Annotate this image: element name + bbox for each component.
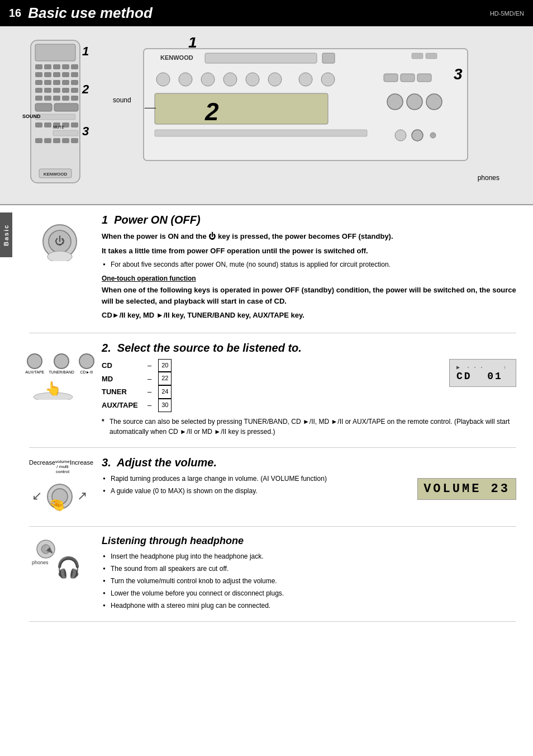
section-3-display: VOLUME 23 [417,474,516,500]
main-unit: KENWOOD 2 [106,37,516,190]
svg-text:3: 3 [82,124,89,138]
section-2-body: CD – 20 MD – 22 TUNER – 24 [102,359,516,412]
svg-rect-10 [62,72,69,77]
source-tuner: TUNER – 24 [102,385,438,399]
svg-rect-51 [322,53,335,63]
section-3: Decrease volume / multi control Increase… [29,448,516,527]
remote-control: KENWOOD 1 2 3 SOUND MUTE [17,37,95,188]
svg-text:KENWOOD: KENWOOD [160,54,193,61]
svg-text:3: 3 [454,65,463,83]
svg-rect-26 [71,96,78,101]
page-number: 16 [9,7,21,20]
svg-point-57 [223,73,237,86]
headphone-content: Listening through headphone Insert the h… [102,535,516,613]
section-1-content: 1 Power ON (OFF) When the power is ON an… [102,214,516,324]
diagram-area: KENWOOD 1 2 3 SOUND MUTE KENWOOD [0,26,533,205]
svg-rect-12 [35,80,42,85]
section-3-content: 3. Adjust the volume. Rapid turning prod… [102,456,516,518]
source-aux-page: 30 [158,399,172,412]
section-1: ⏻ 1 Power ON (OFF) When the power is ON … [29,205,516,333]
svg-rect-4 [53,64,60,69]
svg-rect-39 [62,138,69,143]
section-2-display: ▶ · · · ↑ CD 01 [449,359,516,387]
svg-rect-70 [155,130,367,136]
svg-rect-9 [53,72,60,77]
vol-center-label: volume / multi control [55,459,70,474]
svg-rect-8 [44,72,51,77]
headphone-icon-area: 🔌 phones 🎧 [29,535,91,613]
svg-point-55 [179,73,192,86]
section-1-underline: One-touch operation function [102,275,196,282]
svg-rect-17 [35,88,42,93]
svg-rect-15 [62,80,69,85]
svg-point-72 [412,130,423,141]
source-tuner-name: TUNER [102,385,141,398]
tuner-band-btn[interactable]: TUNER/BAND [49,353,74,374]
svg-text:🎧: 🎧 [56,555,81,579]
svg-point-60 [299,73,312,86]
svg-text:🤏: 🤏 [49,497,65,513]
aux-tape-btn[interactable]: AUX/TAPE [25,353,44,374]
svg-point-54 [156,73,170,86]
svg-rect-11 [71,72,78,77]
section-2-star: The source can also be selected by press… [102,417,516,437]
hp-bullet-1: Insert the headphone plug into the headp… [102,551,516,561]
svg-rect-63 [401,74,415,82]
section-2-title: 2. Select the source to be listened to. [102,342,516,355]
svg-text:1: 1 [188,37,197,51]
svg-text:↗: ↗ [77,489,87,503]
svg-point-71 [395,130,406,141]
section-3-number: 3 [102,456,108,469]
source-cd-page: 20 [158,359,172,372]
svg-rect-30 [35,122,42,127]
svg-point-68 [407,94,422,110]
source-aux: AUX/TAPE – 30 [102,399,438,412]
headphone-title: Listening through headphone [102,535,516,547]
svg-text:1: 1 [82,44,89,58]
svg-rect-25 [62,96,69,101]
section-1-title: 1 Power ON (OFF) [102,214,516,226]
cd-display: ▶ · · · ↑ CD 01 [449,359,516,387]
svg-rect-37 [44,138,51,143]
svg-text:KENWOOD: KENWOOD [44,172,68,177]
hand-pressing-icon: 👆 [25,377,81,400]
svg-point-69 [426,94,442,110]
source-list-area: CD – 20 MD – 22 TUNER – 24 [102,359,438,412]
source-tuner-page: 24 [158,385,172,399]
svg-rect-65 [155,93,328,124]
section-1-heading: Power ON (OFF) [114,214,200,226]
svg-rect-36 [35,138,42,143]
source-md-page: 22 [158,372,172,385]
vol-knob-area: Decrease volume / multi control Increase… [29,459,91,518]
svg-text:⏻: ⏻ [55,235,65,247]
source-md-name: MD [102,372,141,385]
hp-bullet-4: Lower the volume before you connect or d… [102,588,516,598]
hp-bullet-2: The sound from all speakers are cut off. [102,564,516,574]
svg-text:2: 2 [82,82,89,96]
svg-rect-23 [44,96,51,101]
hp-bullet-5: Headphone with a stereo mini plug can be… [102,601,516,611]
svg-rect-34 [71,122,78,127]
section-3-bullet1: Rapid turning produces a large change in… [102,474,406,484]
section-3-title: 3. Adjust the volume. [102,456,516,469]
svg-point-67 [387,94,403,110]
power-button-icon: ⏻ [37,216,82,261]
source-cd: CD – 20 [102,359,438,372]
svg-rect-29 [35,114,75,120]
section-1-bold1: When the power is ON and the ⏻ key is pr… [102,231,516,242]
vol-knob-svg: ↙ 🤏 ↗ [29,479,91,518]
svg-rect-38 [53,138,60,143]
cd-play-btn[interactable]: CD►/II [79,353,94,374]
svg-text:phones: phones [32,560,49,565]
svg-rect-16 [71,80,78,85]
content-area: ⏻ 1 Power ON (OFF) When the power is ON … [12,205,533,633]
svg-text:🔌: 🔌 [45,545,53,554]
svg-rect-64 [417,74,431,82]
page-header: 16 Basic use method HD-5MD/EN [0,0,533,26]
svg-point-56 [201,73,215,86]
main-unit-svg: KENWOOD 2 [106,37,516,188]
phones-label: phones [478,174,499,182]
source-cd-name: CD [102,359,141,372]
sidebar-label: Basic [0,212,12,257]
source-list: CD – 20 MD – 22 TUNER – 24 [102,359,438,412]
